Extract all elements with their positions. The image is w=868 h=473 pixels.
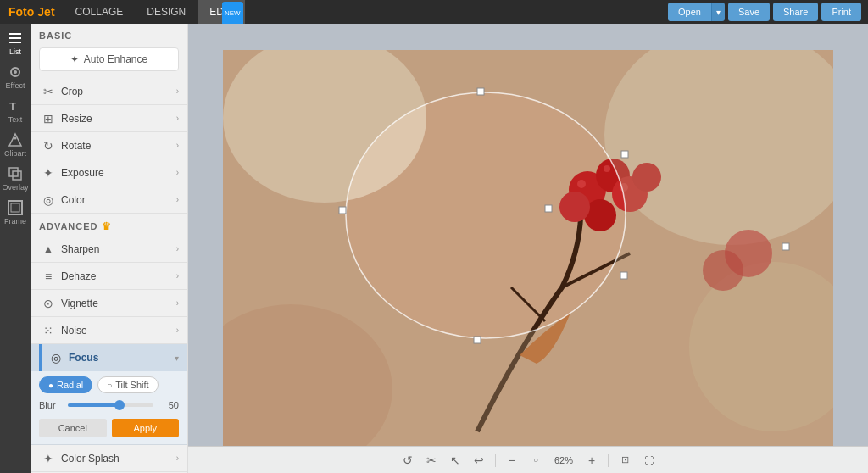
save-button[interactable]: Save [728,3,770,21]
svg-rect-2 [9,42,21,43]
blur-thumb[interactable] [114,400,125,410]
resize-arrow: › [176,114,179,123]
menu-color-splash[interactable]: ✦ Color Splash › [31,445,187,472]
svg-rect-36 [339,207,346,214]
sidebar-item-effect[interactable]: Effect [1,61,30,93]
open-button[interactable]: Open [668,3,711,21]
noise-arrow: › [176,326,179,335]
nav-design[interactable]: DESIGN [135,0,198,24]
blur-fill [68,403,120,407]
apply-button[interactable]: Apply [112,419,180,437]
canvas-svg [223,50,833,447]
focus-header[interactable]: ◎ Focus ▾ [31,344,187,371]
sidebar-item-list[interactable]: List [1,27,30,59]
zoom-level: 62% [550,455,577,465]
svg-rect-32 [477,88,484,95]
advanced-section-title: ADVANCED ♛ [31,214,187,236]
menu-vignette[interactable]: ⊙ Vignette › [31,290,187,317]
radial-button[interactable]: ● Radial [39,376,92,393]
svg-point-4 [14,70,17,74]
menu-rotate[interactable]: ↻ Rotate › [31,132,187,159]
open-dropdown-arrow[interactable]: ▾ [711,3,725,21]
exposure-arrow: › [176,168,179,177]
svg-rect-11 [11,203,19,212]
canvas-area: ↺ ✂ ↖ ↩ − ○ 62% + ⊡ ⛶ [188,24,868,473]
divider-2 [608,454,609,467]
svg-marker-6 [9,134,21,146]
refresh-icon[interactable]: ↺ [398,451,417,470]
zoom-in-icon[interactable]: + [582,451,601,470]
canvas-wrap[interactable] [223,50,833,447]
tilt-shift-button[interactable]: ○ Tilt Shift [97,376,158,393]
resize-icon: ⊞ [39,112,58,125]
svg-rect-10 [8,201,22,214]
rotate-icon: ↻ [39,139,58,153]
menu-color[interactable]: ◎ Color › [31,186,187,214]
share-button[interactable]: Share [773,3,818,21]
blur-slider[interactable] [68,403,153,407]
menu-exposure[interactable]: ✦ Exposure › [31,159,187,186]
fullscreen-icon[interactable]: ⛶ [639,451,658,470]
zoom-circle-icon[interactable]: ○ [526,451,545,470]
sharpen-arrow: › [176,244,179,253]
list-icon [8,31,23,46]
dehaze-icon: ≡ [39,270,58,283]
frame-icon [8,200,23,215]
cancel-apply-row: Cancel Apply [31,415,187,444]
color-icon: ◎ [39,193,58,207]
menu-dehaze[interactable]: ≡ Dehaze › [31,263,187,290]
dehaze-arrow: › [176,271,179,281]
focus-icon: ◎ [47,351,65,364]
bottom-toolbar: ↺ ✂ ↖ ↩ − ○ 62% + ⊡ ⛶ [188,446,868,473]
cancel-button[interactable]: Cancel [39,419,107,437]
nav-edit[interactable]: EDIT NEW [198,0,244,24]
auto-enhance-button[interactable]: ✦ Auto Enhance [39,47,179,71]
undo-icon[interactable]: ↩ [470,451,488,470]
edit-badge: NEW [222,2,243,25]
svg-rect-9 [13,171,21,180]
zoom-out-icon[interactable]: − [503,451,521,470]
text-icon: T [8,98,23,114]
canvas-image [223,50,833,447]
overlay-icon [8,166,23,181]
svg-rect-1 [9,37,21,39]
menu-sharpen[interactable]: ▲ Sharpen › [31,236,187,263]
divider-1 [495,454,496,467]
menu-resize[interactable]: ⊞ Resize › [31,105,187,132]
color-splash-icon: ✦ [39,452,58,465]
vignette-icon: ⊙ [39,297,58,310]
pointer-icon[interactable]: ↖ [446,451,465,470]
blur-row: Blur 50 [31,398,187,415]
open-button-wrap: Open ▾ [668,3,725,21]
noise-icon: ⁙ [39,324,58,337]
svg-rect-0 [9,33,21,35]
sidebar-item-text[interactable]: T Text [1,95,30,127]
sidebar-item-clipart[interactable]: Clipart [1,129,30,161]
svg-rect-8 [9,168,18,176]
print-button[interactable]: Print [821,3,861,21]
color-splash-arrow: › [176,454,179,463]
cut-icon[interactable]: ✂ [422,451,441,470]
sidebar-item-overlay[interactable]: Overlay [1,163,30,195]
svg-rect-30 [223,50,833,447]
color-arrow: › [176,195,179,204]
svg-rect-34 [620,272,627,279]
logo-jet: Jet [37,5,54,19]
menu-noise[interactable]: ⁙ Noise › [31,317,187,344]
radial-tiltshift-row: ● Radial ○ Tilt Shift [31,371,187,398]
effect-icon [8,64,23,80]
clipart-icon [8,132,23,147]
basic-section-title: BASIC [31,24,187,44]
sidebar-item-frame[interactable]: Frame [1,197,30,229]
menu-crop[interactable]: ✂ Crop › [31,78,187,105]
logo-foto: Foto [8,5,34,19]
focus-expanded: ◎ Focus ▾ ● Radial ○ Tilt Shift Blur [31,344,187,445]
fit-icon[interactable]: ⊡ [615,451,634,470]
svg-rect-37 [545,205,552,212]
svg-text:T: T [9,100,16,113]
left-panel: BASIC ✦ Auto Enhance ✂ Crop › ⊞ Resize ›… [31,24,188,473]
crop-icon: ✂ [39,85,58,98]
svg-point-7 [14,137,17,140]
nav-tabs: COLLAGE DESIGN EDIT NEW [64,0,245,24]
nav-collage[interactable]: COLLAGE [64,0,136,24]
